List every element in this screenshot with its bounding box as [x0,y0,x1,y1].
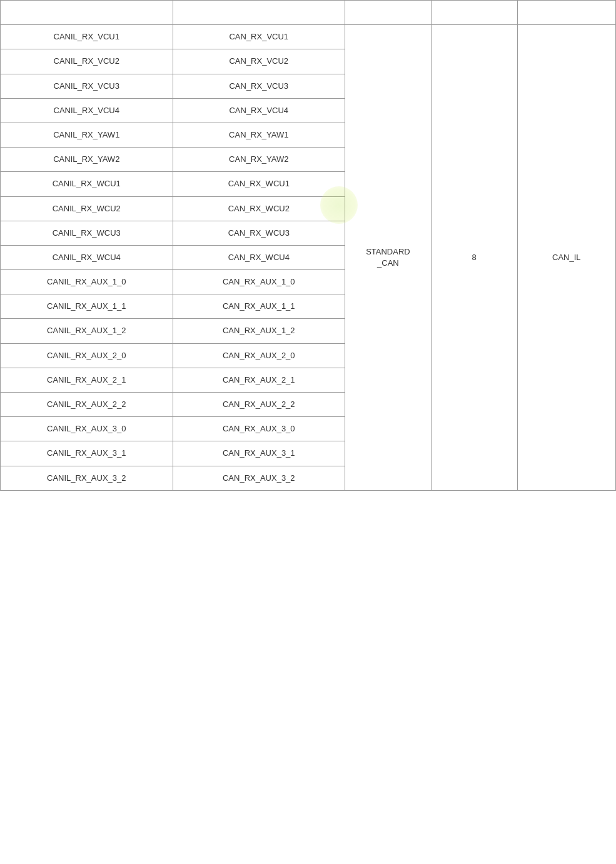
cell-pdu-id: CANIL_RX_AUX_2_2 [1,393,173,417]
cell-pdu-type: CAN_IL [517,25,615,491]
cell-pdu-id: CANIL_RX_YAW1 [1,123,173,147]
cell-hoh-id: CAN_RX_WCU3 [173,221,345,245]
cell-pdu-id: CANIL_RX_YAW2 [1,148,173,172]
cell-pdu-id: CANIL_RX_AUX_3_2 [1,466,173,490]
cell-pdu-id: CANIL_RX_WCU2 [1,196,173,221]
cell-hoh-id: CAN_RX_VCU3 [173,74,345,98]
cell-pdu-id: CANIL_RX_AUX_3_1 [1,441,173,466]
data-table: CANIL_RX_VCU1CAN_RX_VCU1STANDARD_CAN8CAN… [0,0,616,491]
header-id-type [345,1,432,25]
cell-pdu-id: CANIL_RX_AUX_1_2 [1,319,173,343]
cell-pdu-id: CANIL_RX_VCU3 [1,74,173,98]
cell-pdu-id: CANIL_RX_WCU3 [1,221,173,245]
cell-hoh-id: CAN_RX_YAW2 [173,148,345,172]
cell-pdu-id: CANIL_RX_AUX_2_0 [1,343,173,368]
cell-pdu-id: CANIL_RX_VCU2 [1,49,173,74]
cell-pdu-id: CANIL_RX_VCU1 [1,25,173,49]
cell-hoh-id: CAN_RX_VCU4 [173,98,345,123]
cell-hoh-id: CAN_RX_AUX_1_2 [173,319,345,343]
cell-hoh-id: CAN_RX_AUX_2_1 [173,368,345,392]
cell-hoh-id: CAN_RX_YAW1 [173,123,345,147]
cell-pdu-id: CANIL_RX_AUX_2_1 [1,368,173,392]
cell-hoh-id: CAN_RX_AUX_1_1 [173,294,345,319]
cell-hoh-id: CAN_RX_AUX_2_0 [173,343,345,368]
cell-pdu-id: CANIL_RX_AUX_1_0 [1,270,173,294]
cell-hoh-id: CAN_RX_AUX_3_0 [173,417,345,441]
cell-hoh-id: CAN_RX_VCU1 [173,25,345,49]
cell-hoh-id: CAN_RX_WCU1 [173,172,345,196]
cell-id-type: STANDARD_CAN [345,25,432,491]
header-pdu-id [1,1,173,25]
cell-hoh-id: CAN_RX_WCU4 [173,245,345,269]
table-container: CANIL_RX_VCU1CAN_RX_VCU1STANDARD_CAN8CAN… [0,0,616,491]
cell-pdu-id: CANIL_RX_AUX_1_1 [1,294,173,319]
cell-hoh-id: CAN_RX_WCU2 [173,196,345,221]
header-pdu-type [517,1,615,25]
cell-pdu-id: CANIL_RX_WCU1 [1,172,173,196]
cell-hoh-id: CAN_RX_AUX_3_2 [173,466,345,490]
cell-pdu-id: CANIL_RX_WCU4 [1,245,173,269]
cell-pdu-id: CANIL_RX_VCU4 [1,98,173,123]
cell-hoh-id: CAN_RX_AUX_2_2 [173,393,345,417]
cell-hoh-id: CAN_RX_AUX_3_1 [173,441,345,466]
cell-length: 8 [431,25,517,491]
cell-hoh-id: CAN_RX_AUX_1_0 [173,270,345,294]
header-length [431,1,517,25]
cell-hoh-id: CAN_RX_VCU2 [173,49,345,74]
header-hoh-id [173,1,345,25]
cell-pdu-id: CANIL_RX_AUX_3_0 [1,417,173,441]
